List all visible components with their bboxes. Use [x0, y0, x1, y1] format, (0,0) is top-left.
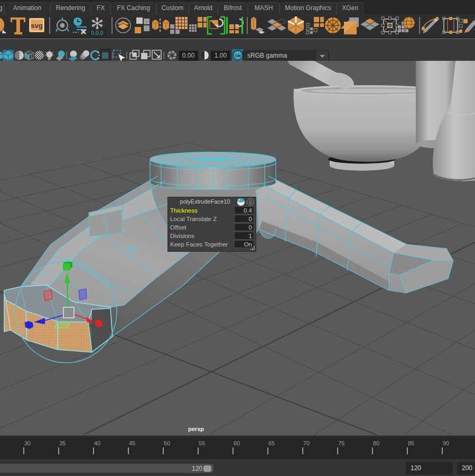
svg-text:persp: persp [188, 426, 204, 432]
